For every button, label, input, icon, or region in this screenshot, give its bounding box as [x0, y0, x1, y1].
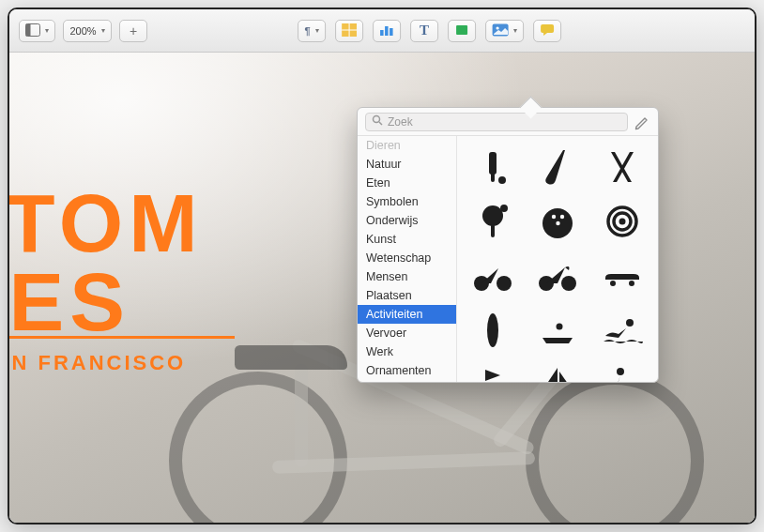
subline-text: S, SAN FRANCISCO: [9, 351, 186, 375]
shape-category-item[interactable]: Mensen: [358, 267, 456, 286]
svg-rect-6: [385, 26, 389, 36]
svg-point-10: [496, 26, 498, 29]
racing-bike-icon[interactable]: [529, 251, 585, 301]
insert-media-button[interactable]: ▾: [485, 20, 524, 42]
popover-header: Zoek: [358, 108, 658, 136]
bike-icon[interactable]: [465, 251, 520, 301]
toolbar-left-group: ▾ 200% ▾ +: [19, 20, 147, 42]
text-icon: T: [420, 23, 429, 38]
shape-category-item[interactable]: Dieren: [358, 136, 456, 155]
golf-flag-icon[interactable]: [465, 359, 520, 382]
svg-rect-7: [390, 28, 393, 36]
paragraph-icon: ¶: [305, 25, 311, 37]
svg-point-12: [374, 116, 380, 123]
zoom-level-label: 200%: [69, 25, 96, 37]
crossed-sticks-icon[interactable]: [595, 142, 650, 192]
chevron-down-icon: ▾: [45, 26, 49, 35]
shape-category-list[interactable]: DierenNatuurEtenSymbolenOnderwijsKunstWe…: [358, 136, 457, 382]
bowling-icon[interactable]: [529, 196, 585, 247]
svg-rect-5: [380, 30, 384, 36]
shape-category-item[interactable]: Activiteiten: [358, 305, 456, 324]
headline-divider: [9, 336, 235, 339]
shape-grid: [457, 136, 658, 382]
plus-icon: +: [130, 24, 137, 38]
table-tennis-icon[interactable]: [465, 196, 520, 247]
headline-text: STOM KES: [9, 184, 204, 341]
insert-shape-button[interactable]: [448, 20, 476, 42]
insert-table-button[interactable]: [335, 20, 363, 42]
chart-icon: [379, 23, 394, 38]
comment-icon: [540, 23, 555, 38]
shape-category-item[interactable]: Symbolen: [358, 192, 456, 211]
target-icon[interactable]: [595, 196, 650, 247]
shapes-popover: Zoek DierenNatuurEtenSymbolenOnderwijsKu…: [357, 107, 659, 383]
svg-line-13: [379, 122, 382, 125]
shape-category-item[interactable]: Werk: [358, 342, 456, 361]
svg-rect-11: [541, 24, 554, 33]
toolbar: ▾ 200% ▾ + ¶ ▾: [9, 9, 755, 53]
image-icon: [492, 23, 509, 38]
chevron-down-icon: ▾: [513, 26, 517, 35]
chevron-down-icon: ▾: [315, 26, 319, 35]
shape-category-item[interactable]: Eten: [358, 174, 456, 192]
cricket-bat-icon[interactable]: [465, 142, 520, 192]
view-mode-button[interactable]: ▾: [19, 20, 55, 42]
svg-rect-8: [456, 25, 467, 35]
document-canvas[interactable]: STOM KES S, SAN FRANCISCO Zoek DierenNat…: [9, 53, 755, 523]
svg-rect-1: [26, 23, 31, 36]
hockey-stick-icon[interactable]: [529, 142, 585, 192]
shape-category-item[interactable]: Onderwijs: [358, 211, 456, 230]
shape-category-item[interactable]: Vervoer: [358, 324, 456, 342]
zoom-select[interactable]: 200% ▾: [63, 20, 112, 42]
skateboard-icon[interactable]: [595, 251, 650, 301]
shape-category-item[interactable]: Kunst: [358, 230, 456, 249]
edit-shapes-button[interactable]: [634, 114, 650, 130]
popover-body: DierenNatuurEtenSymbolenOnderwijsKunstWe…: [358, 136, 658, 382]
table-icon: [342, 23, 357, 38]
search-icon: [372, 114, 383, 129]
swimming-icon[interactable]: [595, 305, 650, 356]
insert-comment-button[interactable]: [533, 20, 561, 42]
add-page-button[interactable]: +: [119, 20, 147, 42]
sidebar-layout-icon: [25, 23, 40, 38]
app-window: ▾ 200% ▾ + ¶ ▾: [8, 8, 756, 524]
rowing-icon[interactable]: [529, 305, 585, 356]
shape-category-item[interactable]: Ornamenten: [358, 361, 456, 380]
hiking-icon[interactable]: [595, 359, 650, 382]
insert-textbox-button[interactable]: T: [410, 20, 438, 42]
shape-icon: [454, 23, 469, 38]
chevron-down-icon: ▾: [101, 26, 105, 35]
toolbar-center-group: ¶ ▾ T: [298, 20, 561, 42]
shape-category-item[interactable]: Natuur: [358, 155, 456, 174]
search-placeholder: Zoek: [388, 115, 413, 129]
paragraph-style-button[interactable]: ¶ ▾: [298, 20, 326, 42]
insert-chart-button[interactable]: [373, 20, 401, 42]
shape-category-item[interactable]: Wetenschap: [358, 249, 456, 267]
sailboat-icon[interactable]: [529, 359, 585, 382]
shapes-search-input[interactable]: Zoek: [365, 113, 628, 131]
shape-category-item[interactable]: Plaatsen: [358, 286, 456, 305]
surfboard-icon[interactable]: [465, 305, 520, 356]
